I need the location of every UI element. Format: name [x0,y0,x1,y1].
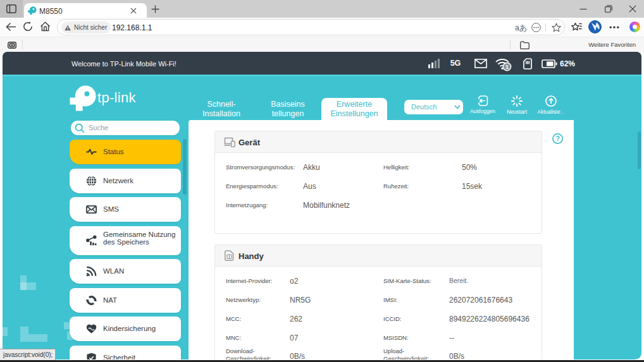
svg-text:?: ? [555,135,560,142]
svg-text:1: 1 [505,64,509,70]
